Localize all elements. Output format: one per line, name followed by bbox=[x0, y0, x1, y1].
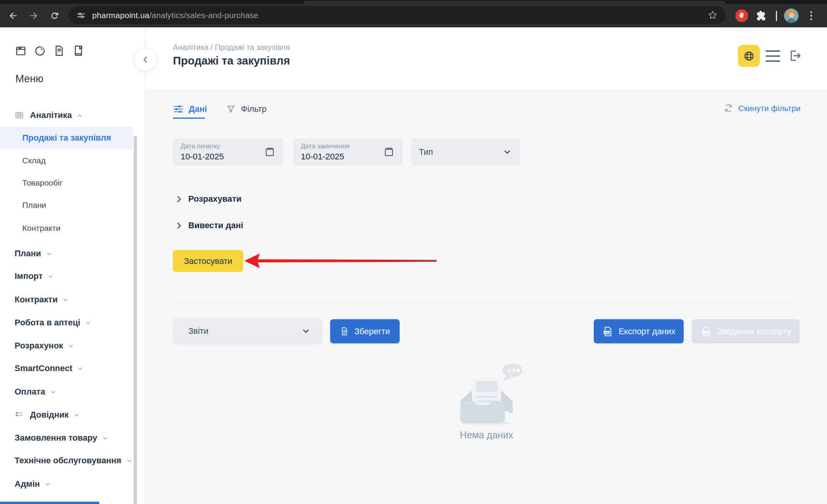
browser-tabstrip bbox=[0, 0, 827, 4]
sidebar-item-tovaroobig[interactable]: Товарообіг bbox=[0, 176, 133, 190]
browser-forward-button[interactable] bbox=[27, 9, 41, 23]
calendar-icon[interactable] bbox=[264, 146, 276, 159]
sidebar-item-tekhnichne-obsluhovuvannia[interactable]: Технічне обслуговування bbox=[0, 454, 133, 468]
chevron-down-icon bbox=[126, 458, 133, 464]
sidebar-item-label: Товарообіг bbox=[22, 178, 63, 187]
reload-icon bbox=[49, 10, 60, 21]
sliders-icon bbox=[173, 104, 184, 114]
sidebar-item-zamovlennia-tovaru[interactable]: Замовлення товару bbox=[0, 431, 133, 445]
language-button[interactable] bbox=[738, 45, 760, 67]
section-output[interactable]: Вивести дані bbox=[175, 220, 243, 230]
export-data-button[interactable]: XLSX Експорт даних bbox=[594, 319, 684, 343]
tab-data[interactable]: Дані bbox=[173, 102, 207, 116]
header-menu-button[interactable] bbox=[766, 49, 782, 63]
grid-icon bbox=[15, 111, 24, 120]
start-date-value: 10-01-2025 bbox=[181, 152, 276, 162]
sidebar-collapse-button[interactable] bbox=[134, 48, 157, 71]
calendar-icon bbox=[264, 146, 276, 158]
tab-filter-label: Фільтр bbox=[241, 104, 267, 114]
globe-icon bbox=[743, 50, 755, 62]
save-button[interactable]: Зберегти bbox=[330, 319, 400, 343]
archive-icon[interactable] bbox=[15, 45, 27, 57]
sidebar-item-admin[interactable]: Адмін bbox=[0, 477, 133, 491]
sidebar-item-label: SmartConnect bbox=[15, 363, 72, 373]
reports-select[interactable]: Звіти bbox=[173, 318, 322, 345]
end-date-value: 10-01-2025 bbox=[301, 152, 395, 162]
section-calculate[interactable]: Розрахувати bbox=[175, 194, 241, 204]
url-text: pharmapoint.ua/analytics/sales-and-purch… bbox=[92, 11, 258, 20]
forward-arrow-icon bbox=[28, 10, 39, 21]
chevron-down-icon bbox=[102, 435, 108, 441]
sidebar-item-oplata[interactable]: Оплата bbox=[0, 385, 133, 399]
sidebar-item-plany-sub[interactable]: Плани bbox=[0, 198, 133, 212]
url-domain: pharmapoint.ua bbox=[92, 11, 149, 20]
xlsx-file-icon: XLSX bbox=[700, 326, 712, 337]
sidebar-item-dovidnyk[interactable]: Довідник bbox=[0, 408, 133, 422]
sidebar-item-label: Аналітика bbox=[30, 110, 72, 120]
chevron-down-icon bbox=[62, 297, 69, 303]
sidebar-item-label: Контракти bbox=[22, 224, 60, 233]
site-settings-icon[interactable] bbox=[76, 10, 86, 20]
funnel-icon bbox=[226, 104, 236, 114]
browser-back-button[interactable] bbox=[6, 9, 20, 23]
reports-select-label: Звіти bbox=[188, 326, 208, 336]
sidebar-item-label: Продажі та закупівля bbox=[22, 133, 111, 143]
sidebar-item-kontrakty-sub[interactable]: Контракти bbox=[0, 221, 133, 235]
sidebar-item-label: Технічне обслуговування bbox=[15, 456, 121, 466]
app-window: pharmapoint.ua/analytics/sales-and-purch… bbox=[0, 0, 827, 504]
sidebar-item-robota-v-aptetsi[interactable]: Робота в аптеці bbox=[0, 316, 133, 330]
bookmark-button[interactable] bbox=[707, 10, 718, 20]
adblock-extension-button[interactable] bbox=[735, 9, 749, 23]
toolbar-separator bbox=[776, 11, 777, 21]
sidebar-item-label: Розрахунок bbox=[15, 341, 63, 351]
sidebar-item-import[interactable]: Імпорт bbox=[0, 269, 133, 283]
browser-menu-button[interactable] bbox=[806, 10, 816, 22]
list-icon bbox=[15, 410, 24, 419]
url-path: /analytics/sales-and-purchase bbox=[149, 11, 259, 20]
chevron-down-icon bbox=[77, 365, 83, 372]
sidebar-scrollbar[interactable] bbox=[134, 136, 137, 504]
sidebar-item-kontrakty[interactable]: Контракти bbox=[0, 293, 133, 307]
sidebar-item-label: Замовлення товару bbox=[15, 433, 97, 443]
sidebar-item-label: Плани bbox=[15, 249, 41, 259]
sidebar-heading: Меню bbox=[15, 73, 43, 85]
browser-chrome: pharmapoint.ua/analytics/sales-and-purch… bbox=[0, 0, 827, 28]
book-icon[interactable] bbox=[72, 45, 85, 57]
logout-button[interactable] bbox=[787, 48, 802, 64]
export-summary-button[interactable]: XLSX Зведення експорту bbox=[692, 319, 800, 343]
chevron-down-icon bbox=[46, 250, 52, 257]
sidebar-item-analytics[interactable]: Аналітика bbox=[0, 108, 133, 122]
sidebar-item-rozrakhunok[interactable]: Розрахунок bbox=[0, 339, 133, 353]
browser-active-tab[interactable] bbox=[304, 1, 726, 4]
avatar-image bbox=[784, 8, 799, 23]
section-divider bbox=[173, 302, 794, 302]
horizontal-scrollbar[interactable] bbox=[0, 502, 99, 504]
tab-filter[interactable]: Фільтр bbox=[226, 102, 267, 116]
pie-chart-icon[interactable] bbox=[34, 45, 46, 57]
adblock-icon bbox=[735, 9, 749, 23]
apply-button[interactable]: Застосувати bbox=[173, 250, 243, 272]
end-date-field[interactable]: Дата закінчення 10-01-2025 bbox=[293, 138, 402, 166]
sidebar: Меню Аналітика Продажі та закупівля Скла… bbox=[0, 28, 145, 504]
document-icon[interactable] bbox=[53, 45, 65, 57]
type-select[interactable]: Тип bbox=[411, 138, 520, 166]
extensions-button[interactable] bbox=[756, 10, 768, 22]
sidebar-item-sales-purchase[interactable]: Продажі та закупівля bbox=[0, 127, 133, 149]
export-data-label: Експорт даних bbox=[618, 327, 675, 337]
reset-filters-button[interactable]: Скинути фільтри bbox=[723, 103, 800, 113]
sidebar-item-smartconnect[interactable]: SmartConnect bbox=[0, 361, 133, 375]
hamburger-icon bbox=[766, 50, 780, 52]
svg-text:XLSX: XLSX bbox=[604, 331, 610, 333]
calendar-icon[interactable] bbox=[383, 146, 395, 159]
browser-profile-avatar[interactable] bbox=[784, 8, 799, 23]
sidebar-item-plany[interactable]: Плани bbox=[0, 247, 133, 260]
browser-reload-button[interactable] bbox=[48, 9, 61, 23]
sidebar-item-label: Адмін bbox=[15, 479, 40, 489]
start-date-field[interactable]: Дата початку 10-01-2025 bbox=[173, 138, 283, 166]
active-tab-underline bbox=[173, 118, 205, 119]
end-date-label: Дата закінчення bbox=[301, 143, 395, 150]
url-bar[interactable]: pharmapoint.ua/analytics/sales-and-purch… bbox=[68, 6, 726, 24]
page-title: Продажі та закупівля bbox=[173, 55, 290, 67]
sidebar-item-label: Оплата bbox=[15, 387, 45, 397]
sidebar-item-sklad[interactable]: Склад bbox=[0, 154, 133, 167]
